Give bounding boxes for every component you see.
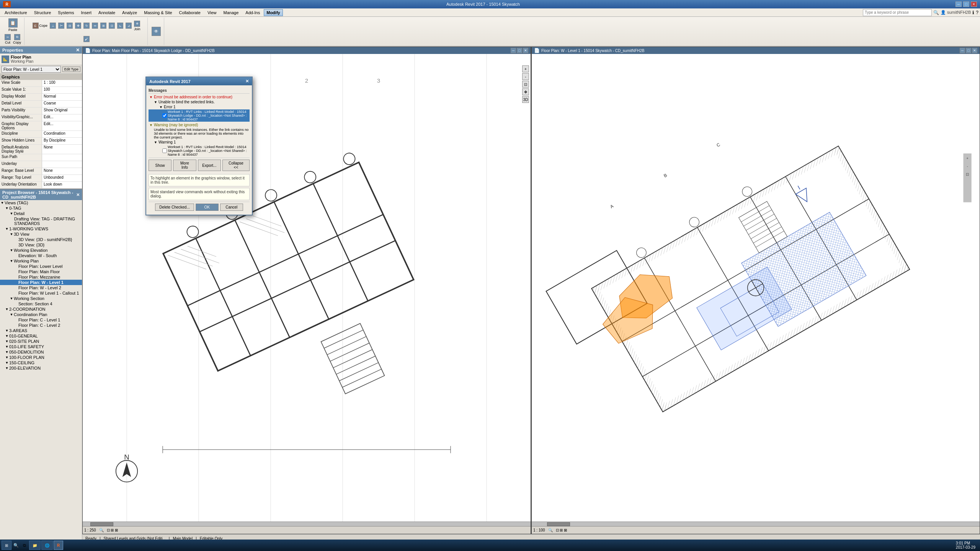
tree-item[interactable]: Floor Plan: W Level 1 - Callout 1 [0, 290, 82, 296]
tree-item[interactable]: 3D View: {3D - sumitNFH2B} [0, 237, 82, 242]
ok-button[interactable]: OK [196, 204, 219, 211]
menu-view[interactable]: View [204, 10, 220, 16]
left-view-zoom-icon[interactable]: 🔍 [99, 528, 104, 532]
ribbon-btn-9[interactable]: ⊾ [116, 22, 124, 29]
search-input[interactable] [863, 9, 932, 16]
tree-item[interactable]: Floor Plan: W - Level 1 [0, 280, 82, 285]
tree-item[interactable]: ▼1-WORKING VIEWS [0, 226, 82, 231]
browser-close-button[interactable]: ✕ [76, 192, 80, 197]
menu-annotate[interactable]: Annotate [95, 10, 118, 16]
tree-item[interactable]: Floor Plan: Main Floor [0, 269, 82, 274]
copy-button[interactable]: ⧉ Copy [12, 33, 22, 45]
tree-item[interactable]: ▼3-AREAS [0, 328, 82, 333]
warning-detail-item[interactable]: Workset 1 : RVT Links : Linked Revit Mod… [149, 145, 250, 157]
tree-item[interactable]: ▼Coordination Plan [0, 312, 82, 317]
tree-item[interactable]: Elevation: W - South [0, 253, 82, 258]
revit-taskbar-btn[interactable]: R [54, 541, 63, 550]
ribbon-btn-4[interactable]: ✥ [74, 22, 82, 29]
menu-architecture[interactable]: Architecture [2, 10, 30, 16]
join-button[interactable]: ⊕ Join [133, 20, 141, 32]
edit-type-button[interactable]: Edit Type [62, 67, 80, 72]
ribbon-btn-11[interactable]: 🖌 [83, 35, 90, 43]
tree-item[interactable]: ▼100-FLOOR PLAN [0, 355, 82, 360]
task-view-icon[interactable]: ⧉ [21, 541, 28, 549]
ribbon-btn-6[interactable]: ⇔ [91, 22, 99, 29]
start-button[interactable]: ⊞ [2, 541, 11, 550]
right-view-zoom-icon[interactable]: 🔍 [548, 528, 553, 532]
help-icon[interactable]: ? [976, 10, 978, 15]
left-view-close[interactable]: ✕ [523, 48, 528, 53]
zoom-fit-button[interactable]: ⊡ [522, 81, 529, 88]
ribbon-btn-7[interactable]: ⊞ [100, 22, 107, 29]
ribbon-btn-10[interactable]: ⊿ [125, 22, 132, 29]
error-detail-checkbox[interactable] [162, 113, 167, 118]
tree-item[interactable]: ▼Views (TAG) [0, 200, 82, 205]
property-value[interactable] [42, 154, 82, 161]
tree-item[interactable]: ▼3D View [0, 231, 82, 237]
right-view-close[interactable]: ✕ [972, 48, 977, 53]
right-scroll-thumb[interactable] [547, 522, 570, 526]
right-view-canvas[interactable]: A B C [532, 54, 980, 522]
right-view-minimize[interactable]: ─ [960, 48, 965, 53]
view-select[interactable]: Floor Plan: W - Level 1 [2, 66, 61, 73]
error-detail-item[interactable]: Workset 1 : RVT Links : Linked Revit Mod… [149, 109, 250, 122]
show-button[interactable]: Show [149, 160, 172, 171]
cancel-button[interactable]: Cancel [220, 204, 243, 211]
tree-item[interactable]: ▼Detail [0, 211, 82, 216]
tree-item[interactable]: ▼Working Elevation [0, 248, 82, 253]
menu-insert[interactable]: Insert [78, 10, 95, 16]
tree-item[interactable]: ▼020-SITE PLAN [0, 339, 82, 344]
ribbon-btn-8[interactable]: ⊡ [108, 22, 116, 29]
property-value[interactable]: Edit... [42, 121, 82, 130]
tree-item[interactable]: ▼010-GENERAL [0, 333, 82, 339]
search-icon[interactable]: 🔍 [933, 10, 939, 15]
tree-item[interactable]: Drafting View: TAG - DRAFTING STANDARDS [0, 216, 82, 226]
tree-item[interactable]: Floor Plan: C - Level 2 [0, 323, 82, 328]
tree-item[interactable]: ▼010-LIFE SAFETY [0, 344, 82, 349]
menu-manage[interactable]: Manage [220, 10, 242, 16]
warning-detail-checkbox[interactable] [162, 148, 167, 153]
tree-item[interactable]: Floor Plan: Lower Level [0, 264, 82, 269]
dialog-close-button[interactable]: ✕ [245, 79, 249, 84]
cope-button[interactable]: ⊏ Cope [32, 22, 49, 29]
cut-button[interactable]: ✂ Cut [4, 33, 11, 45]
menu-addins[interactable]: Add-Ins [242, 10, 263, 16]
ribbon-btn-1[interactable]: ⊥ [49, 22, 57, 29]
tree-item[interactable]: Floor Plan: W - Level 2 [0, 285, 82, 290]
info-icon[interactable]: ℹ [972, 10, 974, 15]
menu-systems[interactable]: Systems [55, 10, 77, 16]
search-taskbar-icon[interactable]: 🔍 [12, 541, 20, 549]
left-scroll-thumb[interactable] [90, 522, 113, 526]
pan-button[interactable]: ✥ [522, 88, 529, 95]
paste-button[interactable]: 📋 Paste [8, 18, 18, 33]
ribbon-view-btn[interactable]: 👁 [151, 26, 162, 37]
tree-item[interactable]: ▼Working Section [0, 296, 82, 301]
explorer-taskbar-btn[interactable]: 📁 [29, 541, 41, 550]
property-value[interactable] [42, 161, 82, 168]
warning-expand-item[interactable]: ▼ Warning (may be ignored) [149, 122, 250, 127]
ribbon-btn-5[interactable]: ↻ [83, 22, 90, 29]
maximize-button[interactable]: □ [963, 2, 969, 7]
collapse-button[interactable]: Collapse << [222, 160, 250, 171]
minimize-button[interactable]: ─ [956, 2, 962, 7]
export-button[interactable]: Export... [198, 160, 221, 171]
tree-item[interactable]: Section: Section 4 [0, 301, 82, 306]
menu-structure[interactable]: Structure [31, 10, 54, 16]
tree-item[interactable]: ▼150-CEILING [0, 360, 82, 365]
tree-item[interactable]: ▼200-ELEVATION [0, 365, 82, 371]
delete-checked-button[interactable]: Delete Checked... [155, 204, 194, 211]
tree-item[interactable]: ▼050-DEMOLITION [0, 349, 82, 355]
right-view-maximize[interactable]: □ [966, 48, 971, 53]
more-info-button[interactable]: More Info [173, 160, 196, 171]
right-scroll-horizontal[interactable] [532, 522, 980, 526]
error-expand-item[interactable]: ▼ Error (must be addressed in order to c… [149, 95, 250, 99]
ribbon-btn-2[interactable]: ⊢ [57, 22, 65, 29]
zoom-out-button[interactable]: - [522, 73, 529, 80]
tree-item[interactable]: 3D View: {3D} [0, 242, 82, 248]
left-scroll-horizontal[interactable] [83, 522, 531, 526]
left-view-minimize[interactable]: ─ [511, 48, 516, 53]
menu-collaborate[interactable]: Collaborate [176, 10, 204, 16]
close-button[interactable]: ✕ [971, 2, 977, 7]
property-value[interactable]: Edit... [42, 114, 82, 121]
tree-item[interactable]: ▼0-TAG [0, 205, 82, 211]
